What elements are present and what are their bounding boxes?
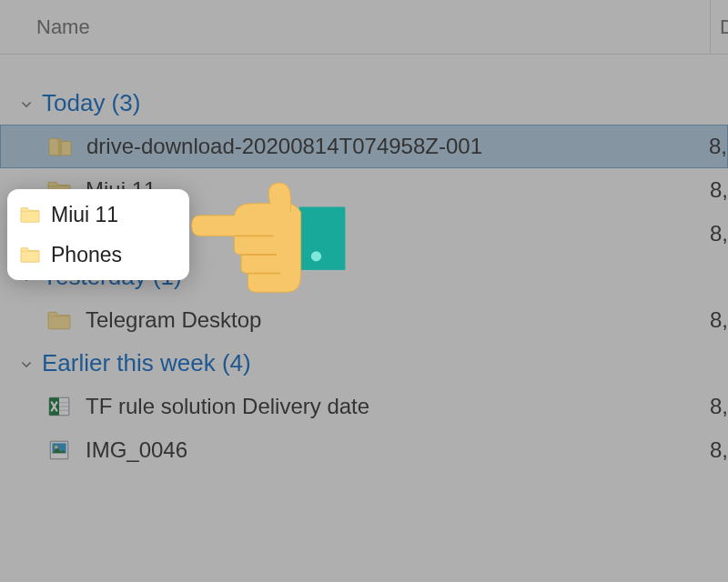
file-date-stub: 8, <box>710 307 728 333</box>
callout-item[interactable]: Miui 11 <box>7 195 189 235</box>
pointing-hand-icon <box>191 173 346 309</box>
callout-item[interactable]: Phones <box>7 235 189 275</box>
highlighted-folders-callout: Miui 11 Phones <box>7 189 189 280</box>
folder-icon <box>47 308 71 332</box>
file-name: Telegram Desktop <box>86 307 728 333</box>
column-header-name[interactable]: Name <box>36 15 692 39</box>
group-label: Earlier this week (4) <box>42 349 251 377</box>
folder-icon <box>20 205 40 225</box>
group-header-earlier[interactable]: Earlier this week (4) <box>0 342 728 385</box>
file-date-stub: 8, <box>710 394 728 419</box>
folder-icon <box>20 245 40 265</box>
file-name: drive-download-20200814T074958Z-001 <box>86 134 727 159</box>
file-date-stub: 8, <box>710 437 728 463</box>
svg-rect-14 <box>299 207 346 270</box>
excel-file-icon <box>47 395 71 418</box>
chevron-down-icon <box>18 95 35 112</box>
group-header-today[interactable]: Today (3) <box>0 82 728 125</box>
file-row[interactable]: TF rule solution Delivery date 8, <box>0 385 728 428</box>
chevron-down-icon <box>18 356 35 372</box>
file-name: TF rule solution Delivery date <box>86 394 728 419</box>
callout-item-label: Phones <box>51 243 122 267</box>
file-row[interactable]: Telegram Desktop 8, <box>0 298 728 342</box>
file-name: IMG_0046 <box>86 437 728 463</box>
file-date-stub: 8, <box>710 221 728 246</box>
file-date-stub: 8, <box>709 134 727 159</box>
column-header-row: Name D <box>0 0 728 55</box>
group-label: Today (3) <box>42 89 140 117</box>
column-header-date[interactable]: D <box>710 0 728 54</box>
file-date-stub: 8, <box>710 177 728 203</box>
image-file-icon <box>47 438 71 462</box>
zip-folder-icon <box>48 135 72 158</box>
file-row[interactable]: IMG_0046 8, <box>0 428 728 472</box>
svg-point-15 <box>311 251 321 261</box>
file-row[interactable]: drive-download-20200814T074958Z-001 8, <box>0 125 728 168</box>
callout-item-label: Miui 11 <box>51 203 118 227</box>
